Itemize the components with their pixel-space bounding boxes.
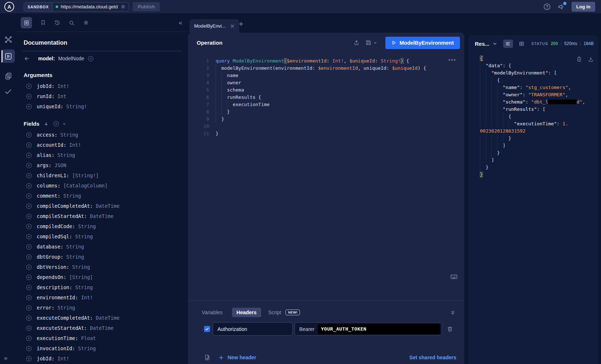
field-label[interactable]: description: String [37, 284, 93, 290]
add-to-operation-icon[interactable] [26, 274, 32, 280]
add-to-operation-icon[interactable] [26, 356, 32, 362]
add-to-operation-icon[interactable] [26, 193, 32, 199]
publish-button[interactable]: Publish [133, 2, 160, 11]
tab-variables[interactable]: Variables [202, 310, 223, 315]
add-to-operation-icon[interactable] [26, 223, 32, 230]
add-to-operation-icon[interactable] [26, 295, 32, 301]
add-to-operation-icon[interactable] [26, 264, 32, 270]
tab-headers[interactable]: Headers [232, 308, 261, 317]
field-label[interactable]: access: String [37, 132, 78, 138]
field-label[interactable]: database: String [37, 244, 84, 250]
add-to-operation-icon[interactable] [26, 173, 32, 179]
sidebar-item-operations[interactable] [1, 69, 15, 82]
collapse-request-panel-icon[interactable] [450, 310, 456, 315]
add-all-fields-icon[interactable] [53, 121, 59, 127]
operation-tab-label[interactable]: ModelByEnvi... [194, 23, 226, 29]
endpoint-url-box[interactable]: https://metadata.cloud.getd [53, 3, 129, 11]
query-code[interactable]: query ModelByEnvironment($environmentId:… [216, 57, 464, 137]
operation-tab[interactable]: ModelByEnvi... [189, 19, 239, 33]
close-tab-icon[interactable] [230, 24, 235, 28]
field-label[interactable]: columns: [CatalogColumn] [37, 183, 108, 189]
field-label[interactable]: alias: String [37, 152, 75, 158]
add-to-operation-icon[interactable] [26, 183, 32, 189]
table-view-icon[interactable] [519, 41, 524, 46]
history-icon[interactable] [54, 20, 60, 26]
argument-label[interactable]: uniqueId: String! [37, 104, 87, 109]
tab-script[interactable]: Script [268, 310, 281, 315]
new-header-button[interactable]: New header [219, 355, 256, 360]
response-dropdown-chevron-icon[interactable] [492, 41, 497, 46]
add-to-operation-icon[interactable] [26, 335, 32, 341]
field-label[interactable]: comment: String [37, 193, 81, 199]
add-to-operation-icon[interactable] [26, 254, 32, 260]
collapse-panel-icon[interactable]: « [179, 19, 182, 27]
endpoint-settings-icon[interactable] [120, 4, 126, 9]
field-label[interactable]: invocationId: String [37, 345, 96, 351]
add-to-operation-icon[interactable] [26, 93, 32, 100]
set-shared-headers-link[interactable]: Set shared headers [409, 355, 456, 360]
add-type-icon[interactable] [88, 56, 94, 62]
auth-token-value[interactable]: YOUR_AUTH_TOKEN [318, 324, 440, 334]
share-operation-icon[interactable] [353, 40, 360, 46]
field-label[interactable]: executeCompletedAt: DateTime [37, 315, 120, 321]
bookmarks-icon[interactable] [40, 20, 46, 25]
keyboard-shortcuts-icon[interactable] [450, 273, 458, 280]
back-arrow-icon[interactable] [24, 56, 30, 62]
add-to-operation-icon[interactable] [26, 213, 32, 219]
search-icon[interactable] [69, 20, 75, 26]
add-to-operation-icon[interactable] [26, 203, 32, 209]
response-title[interactable]: Res... [475, 41, 489, 47]
sidebar-item-schema[interactable] [1, 33, 15, 46]
argument-label[interactable]: runId: Int [37, 93, 66, 99]
copy-response-icon[interactable] [576, 56, 582, 62]
field-label[interactable]: compileStartedAt: DateTime [37, 213, 113, 219]
save-operation-control[interactable] [365, 40, 377, 46]
header-enabled-checkbox[interactable] [204, 326, 210, 332]
announcements-icon[interactable] [557, 3, 565, 11]
field-label[interactable]: compileCompletedAt: DateTime [37, 203, 120, 209]
header-key-input[interactable] [213, 322, 293, 336]
edit-as-text-icon[interactable] [204, 354, 211, 361]
field-label[interactable]: childrenL1: [String!] [37, 173, 99, 178]
login-button[interactable]: Log in [572, 2, 595, 12]
field-label[interactable]: jobId: Int! [37, 356, 69, 361]
add-to-operation-icon[interactable] [26, 244, 32, 250]
add-to-operation-icon[interactable] [26, 305, 32, 311]
sidebar-item-checks[interactable] [1, 85, 15, 98]
add-to-operation-icon[interactable] [26, 345, 32, 352]
help-icon[interactable] [543, 3, 551, 11]
field-label[interactable]: executionTime: Float [37, 335, 96, 341]
field-label[interactable]: dependsOn: [String] [37, 274, 93, 280]
graphql-editor[interactable]: 1234567891011 query ModelByEnvironment($… [188, 53, 464, 297]
formatted-view-icon[interactable] [503, 40, 513, 48]
delete-header-icon[interactable] [447, 326, 453, 332]
endpoint-url[interactable]: https://metadata.cloud.getd [61, 4, 118, 9]
documentation-tab-icon[interactable] [21, 17, 32, 28]
fields-options-chevron-icon[interactable] [62, 122, 67, 126]
field-label[interactable]: executeStartedAt: DateTime [37, 325, 113, 331]
expand-rail-icon[interactable]: » [4, 355, 7, 362]
field-label[interactable]: args: JSON [37, 162, 66, 168]
add-to-operation-icon[interactable] [26, 162, 32, 169]
argument-label[interactable]: jobId: Int! [37, 83, 69, 89]
add-to-operation-icon[interactable] [26, 152, 32, 158]
field-label[interactable]: dbtGroup: String [37, 254, 84, 260]
sidebar-item-explorer[interactable] [1, 49, 15, 63]
add-to-operation-icon[interactable] [26, 315, 32, 321]
run-operation-button[interactable]: ModelByEnvironment [385, 37, 460, 49]
field-label[interactable]: accountId: Int! [37, 142, 81, 148]
field-label[interactable]: error: String [37, 305, 75, 311]
add-to-operation-icon[interactable] [26, 83, 32, 89]
field-label[interactable]: environmentId: Int! [37, 295, 93, 300]
add-to-operation-icon[interactable] [26, 142, 32, 148]
response-json[interactable]: {"data": {"modelByEnvironment": [{"name"… [468, 52, 598, 364]
add-to-operation-icon[interactable] [26, 132, 32, 138]
sort-fields-icon[interactable] [44, 121, 49, 126]
editor-overflow-menu-icon[interactable]: ••• [448, 57, 456, 63]
add-to-operation-icon[interactable] [26, 284, 32, 291]
header-value-input[interactable]: Bearer YOUR_AUTH_TOKEN [295, 322, 442, 336]
add-to-operation-icon[interactable] [26, 325, 32, 331]
breadcrumb-type[interactable]: ModelNode [58, 56, 84, 61]
settings-gear-icon[interactable] [83, 20, 89, 26]
field-label[interactable]: compiledCode: String [37, 223, 96, 229]
